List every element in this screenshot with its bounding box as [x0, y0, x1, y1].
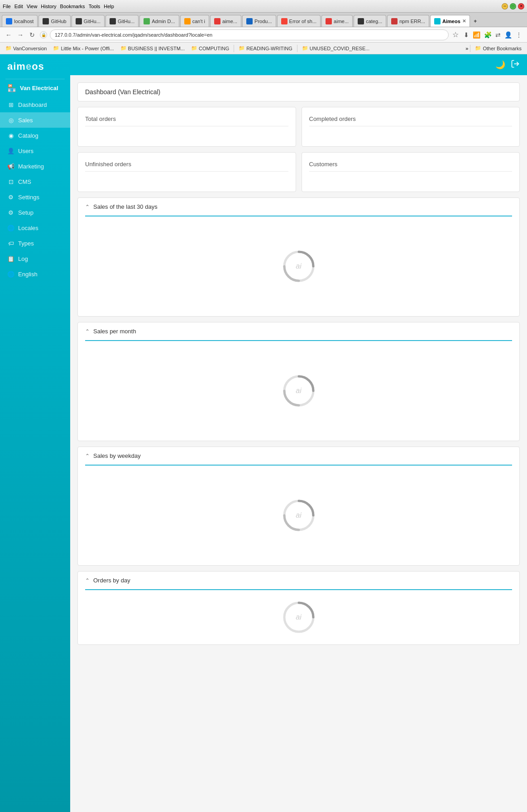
tab-github3[interactable]: GitHu...	[105, 15, 139, 27]
tab-localhost[interactable]: localhost	[2, 15, 38, 27]
bookmarks-separator-3	[470, 45, 470, 52]
maximize-button[interactable]: □	[510, 3, 516, 10]
tab-favicon-cant	[184, 18, 191, 24]
dashboard-title-bar: Dashboard (Van Electrical)	[77, 82, 520, 101]
browser-tabs: localhost GitHub GitHu... GitHu... Admin…	[0, 13, 527, 27]
menu-edit[interactable]: Edit	[14, 4, 23, 9]
tab-error[interactable]: Error of sh...	[277, 15, 321, 27]
sidebar-item-english[interactable]: 🌐 English	[0, 266, 70, 282]
loading-spinner-30-days: ai	[281, 248, 317, 284]
bookmarks-more[interactable]: »	[465, 46, 468, 51]
stat-card-unfinished-orders: Unfinished orders	[77, 152, 296, 192]
log-icon: 📋	[7, 255, 14, 262]
tab-github1[interactable]: GitHub	[38, 15, 70, 27]
bookmark-vanconversion[interactable]: 📁VanConversion	[3, 44, 49, 52]
english-icon: 🌐	[7, 270, 14, 278]
sidebar-item-catalog[interactable]: ◉ Catalog	[0, 128, 70, 143]
tab-npmERR[interactable]: npm ERR...	[387, 15, 429, 27]
sidebar-item-marketing[interactable]: 📢 Marketing	[0, 159, 70, 174]
menu-tools[interactable]: Tools	[89, 4, 101, 9]
chart-area-30-days: ai	[78, 216, 519, 316]
tab-favicon-aime2	[326, 18, 332, 24]
extension-icon[interactable]: 🧩	[484, 31, 492, 38]
close-button[interactable]: ✕	[518, 3, 524, 10]
tab-aimeos[interactable]: Aimeos ✕	[430, 15, 470, 27]
tab-categ[interactable]: categ...	[354, 15, 386, 27]
stat-cards-row: Total orders Completed orders Unfinished…	[77, 107, 520, 192]
sidebar-item-settings[interactable]: ⚙ Settings	[0, 189, 70, 205]
dark-mode-icon[interactable]: 🌙	[495, 60, 505, 70]
tab-adminD[interactable]: Admin D...	[139, 15, 179, 27]
cms-icon: ⊡	[7, 178, 14, 185]
tab-produ[interactable]: Produ...	[242, 15, 276, 27]
types-icon: 🏷	[7, 240, 14, 247]
logout-icon[interactable]	[511, 59, 520, 71]
sidebar: aimeos 🏪 Van Electrical ⊞ Dashboard ◎ Sa…	[0, 54, 70, 812]
bookmark-business[interactable]: 📁BUSINESS || INVESTM...	[118, 44, 188, 52]
dashboard-title: Dashboard (Van Electrical)	[85, 88, 160, 96]
wifi-icon[interactable]: 📶	[473, 31, 480, 38]
chart-section-sales-per-month: ⌃ Sales per month ai	[77, 322, 520, 441]
dashboard-icon: ⊞	[7, 101, 14, 108]
bookmark-littlemix[interactable]: 📁Little Mix - Power (Offi...	[50, 44, 116, 52]
menu-help[interactable]: Help	[104, 4, 114, 9]
sidebar-item-setup[interactable]: ⚙ Setup	[0, 205, 70, 220]
customers-divider	[309, 171, 513, 172]
tab-favicon-github1	[43, 18, 49, 24]
unfinished-orders-divider	[85, 171, 288, 172]
bookmark-star-icon[interactable]: ☆	[452, 30, 459, 39]
app-right-panel: 🌙 Dashboard (Van Electrical) Total order…	[70, 54, 527, 812]
bookmark-computing[interactable]: 📁COMPUTING	[188, 44, 232, 52]
tab-aime1[interactable]: aime...	[210, 15, 241, 27]
bookmarks-separator-1	[234, 45, 234, 52]
sidebar-item-types[interactable]: 🏷 Types	[0, 235, 70, 251]
locales-icon: 🌐	[7, 224, 14, 231]
sync-icon[interactable]: ⇄	[495, 31, 501, 38]
stat-card-total-orders: Total orders	[77, 107, 296, 147]
sidebar-item-cms[interactable]: ⊡ CMS	[0, 174, 70, 189]
store-header: 🏪 Van Electrical	[0, 79, 70, 97]
new-tab-button[interactable]: +	[471, 16, 480, 27]
bookmark-reading[interactable]: 📁READING-WRITING	[236, 44, 295, 52]
spinner-text-30-days: ai	[296, 262, 301, 270]
user-profile-icon[interactable]: 👤	[504, 31, 512, 38]
bookmarks-bar: 📁VanConversion 📁Little Mix - Power (Offi…	[0, 43, 527, 54]
menu-file[interactable]: File	[3, 4, 11, 9]
forward-button[interactable]: →	[15, 30, 25, 40]
chart-title-30-days: Sales of the last 30 days	[93, 203, 158, 210]
reload-button[interactable]: ↻	[27, 30, 37, 40]
sidebar-item-users[interactable]: 👤 Users	[0, 143, 70, 159]
download-icon[interactable]: ⬇	[464, 31, 469, 38]
tab-github2[interactable]: GitHu...	[72, 15, 105, 27]
minimize-button[interactable]: ─	[502, 3, 508, 10]
chart-area-per-month: ai	[78, 341, 519, 441]
back-button[interactable]: ←	[4, 30, 14, 40]
sidebar-item-sales[interactable]: ◎ Sales	[0, 112, 70, 128]
chart-section-sales-by-weekday: ⌃ Sales by weekday ai	[77, 447, 520, 566]
settings-icon: ⚙	[7, 193, 14, 201]
chart-header-sales-30-days: ⌃ Sales of the last 30 days	[78, 198, 519, 216]
chart-area-weekday: ai	[78, 466, 519, 565]
bookmark-covid[interactable]: 📁UNUSED_COVID_RESE...	[299, 44, 373, 52]
sidebar-item-log[interactable]: 📋 Log	[0, 251, 70, 266]
bookmark-other[interactable]: 📁Other Bookmarks	[472, 44, 524, 52]
main-content: Dashboard (Van Electrical) Total orders …	[70, 75, 527, 812]
chart-header-sales-by-weekday: ⌃ Sales by weekday	[78, 447, 519, 465]
marketing-icon: 📢	[7, 163, 14, 170]
menu-dots-icon[interactable]: ⋮	[516, 31, 522, 38]
tab-close-aimeos[interactable]: ✕	[462, 19, 466, 24]
menu-history[interactable]: History	[41, 4, 56, 9]
browser-titlebar: File Edit View History Bookmarks Tools H…	[0, 0, 527, 13]
window-controls: ─ □ ✕	[502, 3, 524, 10]
sidebar-item-dashboard[interactable]: ⊞ Dashboard	[0, 97, 70, 112]
chart-section-orders-by-day: ⌃ Orders by day ai	[77, 571, 520, 645]
menu-bookmarks[interactable]: Bookmarks	[60, 4, 85, 9]
tab-aime2[interactable]: aime...	[321, 15, 353, 27]
address-bar[interactable]	[50, 29, 449, 40]
tab-favicon-produ	[246, 18, 253, 24]
menu-view[interactable]: View	[27, 4, 38, 9]
tab-cant[interactable]: can't i	[180, 15, 209, 27]
stat-card-completed-orders: Completed orders	[302, 107, 520, 147]
chart-title-per-month: Sales per month	[93, 328, 136, 335]
sidebar-item-locales[interactable]: 🌐 Locales	[0, 220, 70, 235]
